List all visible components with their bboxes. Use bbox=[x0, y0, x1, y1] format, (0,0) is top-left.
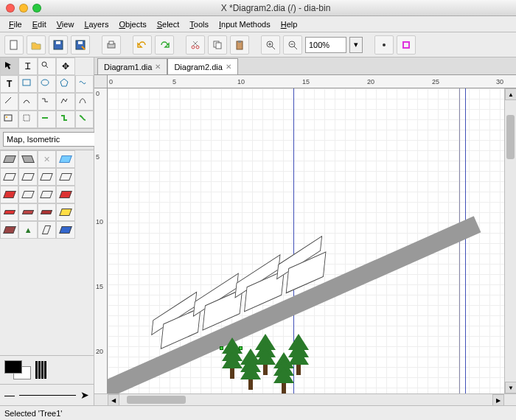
guide-vertical[interactable] bbox=[465, 88, 466, 393]
tool-polygon[interactable] bbox=[56, 75, 74, 93]
menu-input-methods[interactable]: Input Methods bbox=[215, 18, 275, 30]
copy-button[interactable] bbox=[208, 35, 227, 55]
menu-objects[interactable]: Objects bbox=[114, 18, 150, 30]
menu-tools[interactable]: Tools bbox=[185, 18, 213, 30]
tool-polyline[interactable] bbox=[56, 93, 74, 111]
shape-block-6[interactable] bbox=[38, 186, 56, 203]
menu-select[interactable]: Select bbox=[153, 18, 184, 30]
shape-train[interactable] bbox=[0, 221, 18, 239]
tab-diagram1[interactable]: Diagram1.dia✕ bbox=[97, 58, 167, 74]
tree-object[interactable] bbox=[288, 343, 309, 375]
zoom-out-button[interactable] bbox=[283, 35, 302, 55]
shape-car-1[interactable] bbox=[0, 203, 18, 221]
menu-file[interactable]: File bbox=[4, 18, 27, 30]
shape-river[interactable] bbox=[56, 150, 74, 168]
tool-pointer[interactable] bbox=[0, 57, 18, 75]
connector-step-icon bbox=[60, 113, 72, 125]
shape-tree[interactable]: ▲ bbox=[18, 221, 37, 239]
tool-bezier[interactable] bbox=[75, 93, 94, 111]
selection-handle[interactable] bbox=[220, 346, 223, 350]
shape-brick[interactable] bbox=[56, 203, 74, 221]
selection-handle[interactable] bbox=[239, 346, 243, 350]
ruler-vertical[interactable]: 0 5 10 15 20 bbox=[94, 88, 108, 393]
shape-block-2[interactable] bbox=[18, 168, 37, 186]
tool-box[interactable] bbox=[18, 75, 37, 93]
shape-block-3[interactable] bbox=[38, 168, 56, 186]
menu-layers[interactable]: Layers bbox=[80, 18, 113, 30]
tool-text-edit[interactable]: Ꮖ bbox=[18, 57, 37, 75]
color-swatches[interactable] bbox=[4, 360, 31, 379]
save-button[interactable] bbox=[49, 35, 68, 55]
tool-arc[interactable] bbox=[18, 93, 37, 111]
cut-button[interactable] bbox=[186, 35, 205, 55]
close-window-button[interactable] bbox=[6, 4, 15, 13]
drawing-canvas[interactable] bbox=[108, 88, 504, 393]
ruler-origin[interactable] bbox=[94, 75, 108, 88]
menu-help[interactable]: Help bbox=[276, 18, 302, 30]
tool-ellipse[interactable] bbox=[38, 75, 56, 93]
scrollbar-vertical[interactable]: ▲ ▼ bbox=[504, 88, 516, 393]
shape-block-4[interactable] bbox=[56, 168, 74, 186]
save-as-button[interactable] bbox=[71, 35, 90, 55]
ruler-horizontal[interactable]: 0 5 10 15 20 25 30 bbox=[108, 75, 516, 88]
arrow-end-selector[interactable]: ➤ bbox=[80, 389, 89, 401]
shape-car-2[interactable] bbox=[18, 203, 37, 221]
zoom-level-input[interactable] bbox=[305, 37, 346, 53]
shape-block-1[interactable] bbox=[0, 168, 18, 186]
scroll-thumb-h[interactable] bbox=[127, 396, 186, 404]
scroll-right-button[interactable]: ▶ bbox=[492, 394, 504, 406]
status-text: Selected 'Tree1' bbox=[4, 409, 62, 418]
close-tab-icon[interactable]: ✕ bbox=[155, 63, 161, 71]
scroll-thumb-v[interactable] bbox=[506, 115, 515, 159]
minimize-window-button[interactable] bbox=[19, 4, 28, 13]
tool-line[interactable] bbox=[0, 93, 18, 111]
tool-image[interactable] bbox=[0, 111, 18, 128]
tool-beziergon[interactable] bbox=[75, 75, 94, 93]
tool-connector-1[interactable] bbox=[38, 111, 56, 128]
scroll-up-button[interactable]: ▲ bbox=[505, 88, 516, 100]
tree-object[interactable] bbox=[222, 346, 243, 379]
undo-button[interactable] bbox=[133, 35, 152, 55]
scrollbar-horizontal[interactable]: ◀ ▶ bbox=[94, 393, 516, 405]
scroll-left-button[interactable]: ◀ bbox=[108, 394, 119, 406]
new-file-button[interactable] bbox=[4, 35, 24, 55]
shape-sign[interactable] bbox=[38, 221, 56, 239]
fg-color-swatch[interactable] bbox=[4, 360, 22, 374]
svg-rect-4 bbox=[78, 41, 83, 44]
scroll-down-button[interactable]: ▼ bbox=[505, 382, 516, 393]
arrow-start-selector[interactable]: — bbox=[4, 389, 15, 401]
shape-roof-red-1[interactable] bbox=[0, 186, 18, 203]
redo-button[interactable] bbox=[155, 35, 174, 55]
svg-point-19 bbox=[41, 80, 49, 85]
tool-magnify[interactable] bbox=[38, 57, 56, 75]
zoom-in-button[interactable] bbox=[261, 35, 280, 55]
snap-object-button[interactable] bbox=[397, 35, 416, 55]
shape-road-cross[interactable]: ✕ bbox=[38, 150, 56, 168]
open-file-button[interactable] bbox=[27, 35, 46, 55]
zoom-dropdown-button[interactable]: ▾ bbox=[349, 37, 363, 53]
tool-scroll[interactable]: ✥ bbox=[56, 57, 74, 75]
snap-grid-button[interactable] bbox=[374, 35, 394, 55]
line-weight-selector[interactable] bbox=[19, 395, 76, 396]
print-button[interactable] bbox=[102, 35, 121, 55]
shape-roof-red-2[interactable] bbox=[56, 186, 74, 203]
shape-road-1[interactable] bbox=[0, 150, 18, 168]
menu-edit[interactable]: Edit bbox=[28, 18, 51, 30]
menu-view[interactable]: View bbox=[52, 18, 79, 30]
line-style-selector[interactable] bbox=[35, 361, 46, 379]
shape-car-3[interactable] bbox=[38, 203, 56, 221]
tool-text[interactable]: T bbox=[0, 75, 18, 93]
maximize-window-button[interactable] bbox=[32, 4, 41, 13]
shape-block-5[interactable] bbox=[18, 186, 37, 203]
tool-connector-3[interactable] bbox=[75, 111, 94, 128]
shape-road-2[interactable] bbox=[18, 150, 37, 168]
clipboard-icon bbox=[234, 39, 245, 51]
close-tab-icon[interactable]: ✕ bbox=[226, 63, 231, 71]
tree-object[interactable] bbox=[255, 343, 276, 375]
paste-button[interactable] bbox=[230, 35, 249, 55]
tab-diagram2[interactable]: Diagram2.dia✕ bbox=[167, 58, 237, 74]
tool-zigzag[interactable] bbox=[38, 93, 56, 111]
tool-connector-2[interactable] bbox=[56, 111, 74, 128]
tool-outline[interactable] bbox=[18, 111, 37, 128]
shape-footbridge[interactable] bbox=[56, 221, 74, 239]
